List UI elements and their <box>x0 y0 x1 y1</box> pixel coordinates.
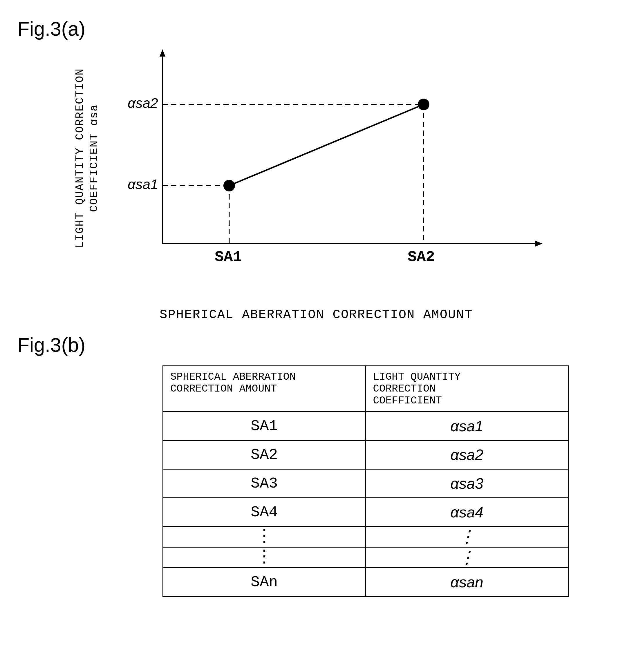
chart-area: αsa1 αsa2 SA1 SA2 <box>119 46 554 273</box>
table-row: SA1αsa1 <box>163 412 568 441</box>
data-table: SPHERICAL ABERRATION CORRECTION AMOUNT L… <box>162 366 569 597</box>
svg-marker-1 <box>160 49 165 57</box>
table-row: ⋮⋮ <box>163 547 568 568</box>
page: Fig.3(a) LIGHT QUANTITY CORRECTIONCOEFFI… <box>0 0 620 672</box>
chart-container: LIGHT QUANTITY CORRECTIONCOEFFICIENT αsa <box>58 35 580 296</box>
table-cell-col2: αsa3 <box>366 469 568 498</box>
table-row: SA3αsa3 <box>163 469 568 498</box>
table-cell-col1: ⋮ <box>163 527 366 547</box>
y-axis-label: LIGHT QUANTITY CORRECTIONCOEFFICIENT αsa <box>58 49 116 267</box>
table-cell-col1: SA2 <box>163 441 366 469</box>
table-cell-col1: ⋮ <box>163 547 366 568</box>
svg-text:αsa1: αsa1 <box>127 177 158 192</box>
table-header-row: SPHERICAL ABERRATION CORRECTION AMOUNT L… <box>163 366 568 412</box>
table-cell-col2: αsa2 <box>366 441 568 469</box>
chart-svg: αsa1 αsa2 SA1 SA2 <box>119 46 554 273</box>
svg-point-10 <box>418 99 429 110</box>
table-container: SPHERICAL ABERRATION CORRECTION AMOUNT L… <box>162 366 569 597</box>
x-axis-label: SPHERICAL ABERRATION CORRECTION AMOUNT <box>160 307 473 322</box>
svg-text:αsa2: αsa2 <box>127 96 158 111</box>
table-cell-col2: ⋮ <box>366 547 568 568</box>
table-cell-col1: SA4 <box>163 498 366 527</box>
table-cell-col1: SA3 <box>163 469 366 498</box>
svg-line-8 <box>229 104 424 186</box>
table-row: SA2αsa2 <box>163 441 568 469</box>
svg-point-9 <box>223 180 235 191</box>
table-cell-col1: SA1 <box>163 412 366 441</box>
svg-text:SA1: SA1 <box>215 248 242 266</box>
table-row: SAnαsan <box>163 568 568 597</box>
col1-header: SPHERICAL ABERRATION CORRECTION AMOUNT <box>163 366 366 412</box>
svg-marker-3 <box>535 241 542 246</box>
fig-b-label: Fig.3(b) <box>17 334 85 356</box>
table-cell-col2: αsa4 <box>366 498 568 527</box>
table-cell-col1: SAn <box>163 568 366 597</box>
col2-header: LIGHT QUANTITY CORRECTION COEFFICIENT <box>366 366 568 412</box>
y-axis-text: LIGHT QUANTITY CORRECTIONCOEFFICIENT αsa <box>73 68 102 248</box>
svg-text:SA2: SA2 <box>408 248 435 266</box>
table-cell-col2: αsa1 <box>366 412 568 441</box>
table-row: SA4αsa4 <box>163 498 568 527</box>
table-cell-col2: αsan <box>366 568 568 597</box>
table-row: ⋮⋮ <box>163 527 568 547</box>
table-cell-col2: ⋮ <box>366 527 568 547</box>
